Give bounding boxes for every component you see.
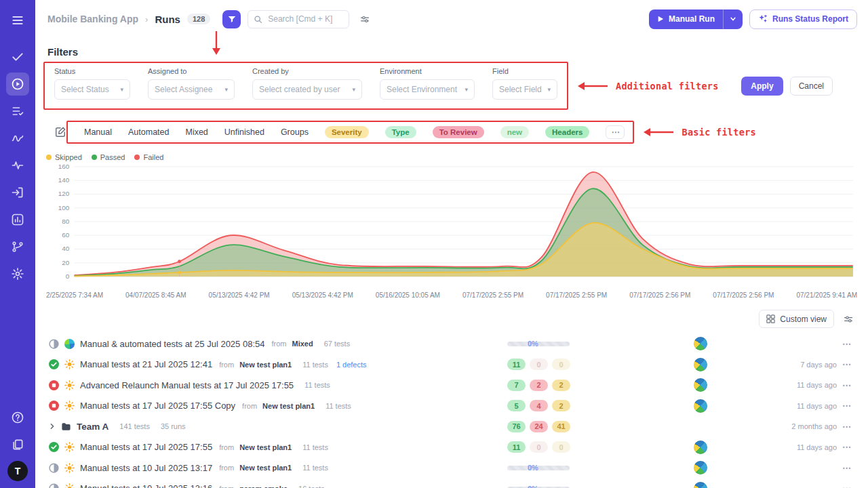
tab-unfinished[interactable]: Unfinished: [224, 127, 264, 137]
x-axis-tick-label: 2/25/2025 7:34 AM: [46, 291, 103, 299]
chip-new[interactable]: new: [500, 126, 529, 138]
legend-item-passed[interactable]: Passed: [92, 153, 125, 161]
run-title[interactable]: Manual & automated tests at 25 Jul 2025 …: [80, 339, 264, 349]
legend-item-skipped[interactable]: Skipped: [46, 153, 82, 161]
run-row-menu-button[interactable]: ⋯: [837, 442, 857, 452]
chip-headers[interactable]: Headers: [545, 126, 589, 138]
run-time-ago: 7 days ago: [772, 361, 837, 369]
search-box[interactable]: [248, 10, 349, 28]
help-icon[interactable]: [6, 406, 29, 429]
run-row-menu-button[interactable]: ⋯: [837, 422, 857, 432]
run-title[interactable]: Manual tests at 17 Jul 2025 17:55: [80, 442, 212, 452]
run-from-label: from: [219, 464, 234, 472]
header: Mobile Banking App › Runs 128 Manual Run: [35, 0, 868, 38]
legend-dot: [134, 155, 140, 160]
custom-view-button[interactable]: Custom view: [759, 310, 834, 328]
reports-icon[interactable]: [6, 208, 29, 231]
tab-manual[interactable]: Manual: [84, 127, 112, 137]
runs-status-report-button[interactable]: Runs Status Report: [749, 9, 857, 29]
run-row-menu-button[interactable]: ⋯: [837, 483, 857, 488]
run-title[interactable]: Manual tests at 10 Jul 2025 13:16: [80, 483, 212, 488]
run-row-menu-button[interactable]: ⋯: [837, 463, 857, 473]
filter-select-assigned-to[interactable]: Select Assignee▾: [148, 79, 235, 100]
run-row[interactable]: Manual tests at 10 Jul 2025 13:16frompar…: [46, 479, 857, 488]
run-defects-link[interactable]: 1 defects: [336, 361, 367, 369]
chip-severity[interactable]: Severity: [325, 126, 369, 138]
run-row[interactable]: Manual & automated tests at 25 Jul 2025 …: [46, 333, 857, 354]
run-row[interactable]: Manual tests at 17 Jul 2025 17:55 Copyfr…: [46, 396, 857, 417]
assignee-avatar[interactable]: [694, 358, 707, 371]
list-settings-icon[interactable]: [840, 310, 857, 328]
test-plans-icon[interactable]: [6, 100, 29, 123]
assignee-avatar[interactable]: [694, 378, 707, 392]
assignee-avatar[interactable]: [694, 441, 707, 454]
runs-icon[interactable]: [6, 73, 29, 96]
chevron-down-icon: ▾: [224, 86, 228, 93]
x-axis-tick-label: 04/07/2025 8:45 AM: [125, 291, 186, 299]
apply-button[interactable]: Apply: [741, 77, 783, 96]
checks-icon[interactable]: [6, 45, 29, 68]
result-pill-passed: 11: [507, 359, 526, 370]
assignee-avatar[interactable]: [694, 337, 707, 350]
manual-run-split-button[interactable]: Manual Run: [649, 9, 743, 29]
filter-funnel-button[interactable]: [222, 10, 241, 28]
run-time-ago: 11 days ago: [772, 443, 837, 451]
filter-select-created-by[interactable]: Select created by user▾: [252, 79, 362, 100]
breadcrumb-project[interactable]: Mobile Banking App: [47, 14, 138, 24]
more-filters-button[interactable]: ⋯: [606, 125, 625, 139]
tab-automated[interactable]: Automated: [128, 127, 169, 137]
chevron-right-icon[interactable]: [49, 423, 56, 430]
run-row[interactable]: Manual tests at 21 Jul 2025 12:41fromNew…: [46, 354, 857, 375]
compose-icon[interactable]: [54, 126, 66, 138]
filter-select-field[interactable]: Select Field▾: [492, 79, 557, 100]
run-title[interactable]: Advanced Relaunch Manual tests at 17 Jul…: [80, 380, 294, 390]
run-title[interactable]: Manual tests at 21 Jul 2025 12:41: [80, 359, 212, 369]
chip-to-review[interactable]: To Review: [433, 126, 484, 138]
manual-run-caret[interactable]: [724, 16, 743, 22]
result-pill-skipped: 0: [552, 359, 570, 370]
folder-icon: [61, 422, 71, 432]
tab-mixed[interactable]: Mixed: [185, 127, 208, 137]
filters-title: Filters: [47, 46, 868, 58]
run-row-menu-button[interactable]: ⋯: [837, 359, 857, 369]
filter-select-status[interactable]: Select Status▾: [54, 79, 130, 100]
progress-percent: 0%: [528, 338, 538, 349]
run-row[interactable]: Manual tests at 10 Jul 2025 13:17fromNew…: [46, 458, 857, 479]
run-title[interactable]: Manual tests at 10 Jul 2025 13:17: [80, 463, 212, 473]
result-pill-passed: 76: [507, 421, 526, 432]
run-row-menu-button[interactable]: ⋯: [837, 401, 857, 411]
run-row-menu-button[interactable]: ⋯: [837, 339, 857, 349]
hamburger-menu-icon[interactable]: [6, 9, 29, 32]
assignee-avatar[interactable]: [694, 399, 707, 413]
run-row[interactable]: Manual tests at 17 Jul 2025 17:55fromNew…: [46, 437, 857, 458]
import-icon[interactable]: [6, 181, 29, 204]
search-settings-icon[interactable]: [356, 10, 374, 28]
branches-icon[interactable]: [6, 235, 29, 258]
tab-groups[interactable]: Groups: [281, 127, 309, 137]
legend-item-failed[interactable]: Failed: [134, 153, 163, 161]
filter-select-environment[interactable]: Select Environment▾: [380, 79, 475, 100]
filter-field-environment: EnvironmentSelect Environment▾: [380, 67, 475, 100]
group-title[interactable]: Team A: [77, 422, 108, 432]
docs-icon[interactable]: [6, 433, 29, 456]
app-logo[interactable]: T: [7, 461, 28, 481]
run-row[interactable]: Team A141 tests35 runs7624412 months ago…: [46, 416, 857, 437]
run-row-menu-button[interactable]: ⋯: [837, 380, 857, 390]
run-title[interactable]: Manual tests at 17 Jul 2025 17:55 Copy: [80, 401, 235, 411]
run-source: Mixed: [292, 340, 313, 348]
result-pill-failed: 24: [530, 421, 548, 432]
assignee-avatar[interactable]: [694, 482, 707, 488]
trends-icon[interactable]: [6, 127, 29, 150]
assignee-avatar[interactable]: [694, 461, 707, 474]
run-row-left: Manual tests at 17 Jul 2025 17:55 Copyfr…: [49, 401, 507, 411]
search-input[interactable]: [267, 14, 341, 24]
chip-type[interactable]: Type: [385, 126, 416, 138]
breadcrumb-page[interactable]: Runs: [155, 14, 180, 25]
run-row[interactable]: Advanced Relaunch Manual tests at 17 Jul…: [46, 375, 857, 396]
run-from-label: from: [219, 485, 234, 488]
cancel-button[interactable]: Cancel: [790, 77, 833, 96]
run-avatar-cell: [602, 441, 772, 454]
activity-icon[interactable]: [6, 154, 29, 177]
result-pill-passed: 7: [507, 380, 526, 391]
settings-icon[interactable]: [6, 262, 29, 285]
